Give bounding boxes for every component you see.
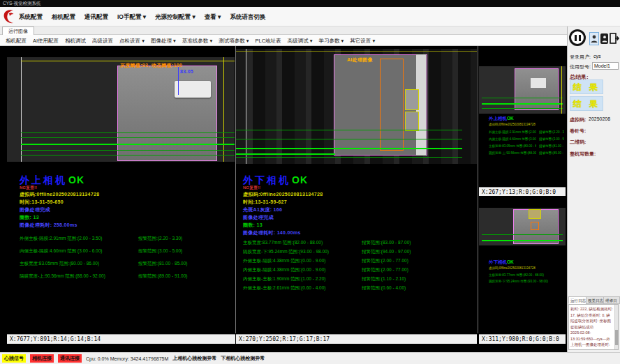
left-measure-row: 内侧主极-隔膜:4.60mm 范围:(3.00 - 6.00): [20, 248, 102, 255]
camera-connection-badge: 相机连接: [30, 354, 54, 363]
menu-item-system-config[interactable]: 系统配置: [19, 13, 43, 22]
center-alarm-row: 报警范围:(2.00 - 77.00): [362, 258, 408, 264]
toolbar-test-params[interactable]: 测试项参数 ▾: [219, 38, 249, 45]
small-top-alarm-row: 报警范围:(2.20 - 3.30): [539, 130, 564, 134]
toolbar-plc-address-table[interactable]: PLC地址表: [256, 38, 281, 45]
small-bottom-result: OK: [507, 259, 514, 264]
left-connector-tab: [175, 81, 211, 98]
center-info-done: 图像处理完成: [243, 214, 274, 221]
pause-icon: [579, 35, 581, 41]
toolbar-image-processing[interactable]: 图像处理 ▾: [151, 38, 176, 45]
small-bottom-green-line-1: [482, 234, 563, 235]
exit-door-icon: [610, 33, 619, 44]
left-measure-row: 主极宽度:83.05mm 范围:(80.00 - 86.00): [20, 261, 99, 267]
operator-button[interactable]: [600, 33, 608, 44]
toolbar-camera-debug[interactable]: 相机调试: [65, 38, 86, 45]
menu-item-io-config[interactable]: IO手配置 ▾: [117, 13, 146, 22]
center-measure-row: 隔膜宽度-下:95.24mm 范围:(93.00 - 98.00): [243, 249, 329, 255]
login-user-value: cys: [593, 54, 601, 59]
center-coordinate-bar: X:270;Y:2502;R:17;G:17;B:17: [236, 334, 477, 344]
toolbar-items: 相机配置 AI使用配置 相机调试 高级设置 点检设置 ▾ 图像处理 ▾ 基准线参…: [6, 38, 375, 45]
center-green-line-4: [236, 153, 335, 155]
center-measure-row: 内侧主极-隔膜:4.38mm 范围:(0.00 - 9.00): [243, 267, 325, 273]
menu-item-comm-config[interactable]: 通讯配置: [84, 13, 108, 22]
left-measure-row: 隔膜宽度-上:90.56mm 范围:(88.00 - 92.00): [20, 273, 105, 280]
left-alarm-row: 报警范围:(81.00 - 85.00): [138, 261, 187, 267]
result-badge-top: 结 果: [570, 79, 603, 94]
app-logo-icon: [2, 8, 16, 27]
left-blue-measure-line: [178, 67, 179, 95]
menu-item-camera-config[interactable]: 相机配置: [52, 13, 75, 22]
pause-button[interactable]: [569, 29, 586, 46]
operator-icon: [602, 35, 607, 43]
menu-item-language-switch[interactable]: 系统语言切换: [230, 13, 265, 22]
toolbar-baseline-params[interactable]: 基准线参数 ▾: [182, 38, 212, 45]
left-yellow-top-line: [21, 61, 235, 61]
small-top-green-line-1: [482, 98, 563, 98]
center-info-turns: 圈数: 13: [243, 222, 263, 229]
left-info-turns: 圈数: 13: [20, 214, 39, 221]
toolbar-ai-use-config[interactable]: AI使用配置: [33, 38, 59, 45]
small-top-measure-row: 内侧主极-隔膜:4.60mm 范围:(3.00 - 6.00): [489, 137, 536, 141]
menu-items: 系统配置 相机配置 通讯配置 IO手配置 ▾ 光源控制配置 ▾ 查看 ▾ 系统语…: [19, 13, 265, 22]
small-top-measure-row: 外侧主极-隔膜:2.91mm 范围:(2.00 - 3.50): [489, 130, 536, 134]
window-titlebar[interactable]: CYS-视觉检测系统: [0, 0, 620, 7]
left-ng-note: NG复查!!: [20, 185, 37, 191]
small-top-title: 外上相机OK: [489, 116, 514, 122]
toolbar-advanced-debug[interactable]: 高级调试 ▾: [288, 38, 313, 45]
toolbar-learn-params[interactable]: 学习参数 ▾: [318, 38, 344, 45]
center-alarm-row: 报警范围:(83.00 - 87.00): [362, 240, 411, 246]
center-alarm-row: 报警范围:(94.00 - 97.00): [362, 249, 411, 255]
center-alarm-row: 报警范围:(0.60 - 4.00): [362, 285, 406, 291]
log-tab-vision[interactable]: 视觉日志: [586, 296, 605, 304]
left-green-line-4: [21, 150, 235, 151]
center-yellow-top-line: [236, 51, 477, 52]
small-top-green-line-2: [482, 103, 563, 105]
window-title: CYS-视觉检测系统: [3, 1, 41, 6]
small-bottom-orange-roi: [531, 222, 539, 230]
toolbar-advanced-settings[interactable]: 高级设置: [92, 38, 113, 45]
small-bottom-measure-row: 隔膜宽度-下:95.24mm 范围:(93.00 - 98.00): [489, 280, 563, 283]
toolbar-spot-check[interactable]: 点检设置 ▾: [119, 38, 145, 45]
model-label: 使用型号:: [570, 63, 591, 70]
log-tab-maintenance[interactable]: 维修日志: [603, 296, 620, 304]
menu-item-light-control-config[interactable]: 光源控制配置 ▾: [155, 13, 195, 22]
user-login-button[interactable]: [589, 32, 599, 45]
center-camera-image[interactable]: AI处理图像: [236, 49, 477, 164]
exit-button[interactable]: [610, 32, 619, 45]
menu-item-view[interactable]: 查看 ▾: [205, 13, 221, 22]
center-measure-row: 外侧主极-主极:2.61mm 范围:(0.60 - 4.00): [243, 285, 325, 291]
log-tab-run[interactable]: 运行日志: [568, 296, 588, 304]
left-measure-row: 外侧主极-隔膜:2.91mm 范围:(2.00 - 3.50): [20, 236, 102, 242]
small-top-coordinate-bar: X:267;Y:13;R:0;G:0;B:0: [479, 187, 566, 196]
small-bottom-green-line-2: [482, 240, 563, 241]
small-bottom-info-vcode: 虚拟码:0ffline2025020813134728: [489, 266, 563, 270]
center-ai-label: AI处理图像: [347, 56, 373, 63]
small-top-camera-image[interactable]: [479, 66, 566, 114]
toolbar-camera-config[interactable]: 相机配置: [6, 38, 27, 45]
tab-strip: 运行图像: [0, 26, 567, 35]
left-info-done: 图像处理完成: [20, 206, 50, 213]
left-yellow-edge-line: [223, 57, 224, 162]
log-text-area[interactable]: 耗时: 222, 缺陷检测耗时: 17, 缺陷分类耗时: 0, 缺陷提取分区耗时…: [568, 304, 619, 350]
center-green-line-5: [236, 157, 462, 158]
center-defect-box-2: [405, 112, 419, 131]
write-count-label: 整机写数量:: [570, 151, 596, 158]
center-white-guide-line: [246, 49, 246, 164]
small-top-green-line-3: [482, 108, 563, 109]
left-camera-name: 外上相机: [20, 174, 67, 185]
left-alarm-row: 报警范围:(3.00 - 5.00): [138, 248, 182, 255]
left-threshold-label: 灰度阈值:93, 动态阈值:100: [120, 62, 182, 69]
needle-number-label: 卷针号:: [570, 128, 586, 135]
log-scrollbar[interactable]: [614, 305, 618, 349]
log-scrollbar-thumb[interactable]: [615, 330, 619, 345]
result-badge-bottom: 结 果: [570, 96, 603, 111]
center-defect-box-1: [405, 89, 419, 110]
small-bottom-camera-image[interactable]: [479, 208, 566, 245]
left-camera-image[interactable]: 灰度阈值:93, 动态阈值:100 83.05: [7, 57, 235, 162]
model-value-field[interactable]: Model1: [592, 62, 619, 70]
toolbar-other-settings[interactable]: 其它设置 ▾: [350, 38, 375, 45]
login-user-label: 登录用户:: [570, 54, 591, 61]
center-measure-row: 主极宽度:83.77mm 范围:(82.00 - 88.00): [243, 240, 323, 246]
tab-run-image[interactable]: 运行图像: [2, 26, 34, 35]
